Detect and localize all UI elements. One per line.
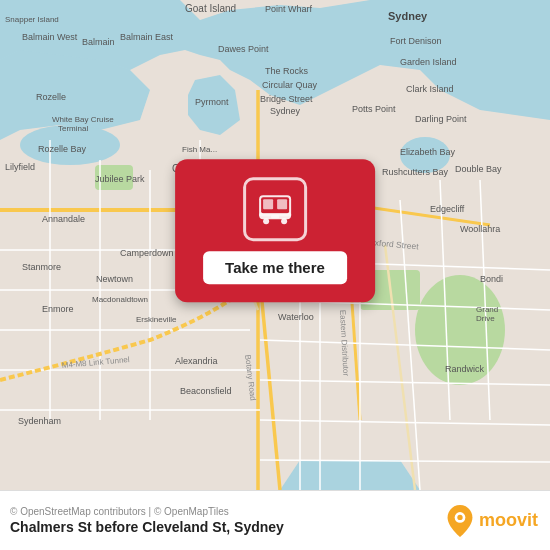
svg-text:Edgecliff: Edgecliff: [430, 204, 465, 214]
svg-text:Woollahra: Woollahra: [460, 224, 500, 234]
svg-text:Balmain East: Balmain East: [120, 32, 174, 42]
svg-text:Clark Island: Clark Island: [406, 84, 454, 94]
svg-text:Rozelle Bay: Rozelle Bay: [38, 144, 87, 154]
svg-point-98: [457, 514, 462, 519]
svg-text:Sydney: Sydney: [388, 10, 428, 22]
svg-text:Balmain: Balmain: [82, 37, 115, 47]
location-info: © OpenStreetMap contributors | © OpenMap…: [10, 506, 284, 535]
svg-text:Fish Ma...: Fish Ma...: [182, 145, 217, 154]
svg-text:Garden Island: Garden Island: [400, 57, 457, 67]
location-marker: Take me there: [175, 159, 375, 302]
svg-text:Waterloo: Waterloo: [278, 312, 314, 322]
svg-text:Goat Island: Goat Island: [185, 3, 236, 14]
svg-text:Elizabeth Bay: Elizabeth Bay: [400, 147, 456, 157]
svg-point-94: [263, 218, 269, 224]
svg-text:Bridge Street: Bridge Street: [260, 94, 313, 104]
svg-text:Potts Point: Potts Point: [352, 104, 396, 114]
location-name: Chalmers St before Cleveland St, Sydney: [10, 519, 284, 535]
svg-text:Rozelle: Rozelle: [36, 92, 66, 102]
svg-rect-96: [271, 215, 279, 218]
svg-text:Circular Quay: Circular Quay: [262, 80, 318, 90]
svg-point-95: [281, 218, 287, 224]
svg-text:Point Wharf: Point Wharf: [265, 4, 313, 14]
svg-text:Annandale: Annandale: [42, 214, 85, 224]
svg-text:The Rocks: The Rocks: [265, 66, 309, 76]
marker-card: Take me there: [175, 159, 375, 302]
bus-icon: [243, 177, 307, 241]
svg-text:Macdonaldtown: Macdonaldtown: [92, 295, 148, 304]
svg-text:Beaconsfield: Beaconsfield: [180, 386, 232, 396]
svg-text:Erskineville: Erskineville: [136, 315, 177, 324]
moovit-logo: moovit: [446, 505, 538, 537]
map-container: Goat Island Point Wharf Sydney Snapper I…: [0, 0, 550, 490]
svg-text:Grand: Grand: [476, 305, 498, 314]
svg-rect-91: [263, 199, 273, 209]
svg-text:Rushcutters Bay: Rushcutters Bay: [382, 167, 449, 177]
svg-text:Pyrmont: Pyrmont: [195, 97, 229, 107]
svg-text:Newtown: Newtown: [96, 274, 133, 284]
svg-text:Alexandria: Alexandria: [175, 356, 218, 366]
svg-text:Randwick: Randwick: [445, 364, 485, 374]
svg-text:Stanmore: Stanmore: [22, 262, 61, 272]
moovit-brand-text: moovit: [479, 510, 538, 531]
svg-text:Terminal: Terminal: [58, 124, 88, 133]
svg-text:Dawes Point: Dawes Point: [218, 44, 269, 54]
svg-text:Jubilee Park: Jubilee Park: [95, 174, 145, 184]
map-attribution: © OpenStreetMap contributors | © OpenMap…: [10, 506, 284, 517]
svg-text:Lilyfield: Lilyfield: [5, 162, 35, 172]
moovit-pin-icon: [446, 505, 474, 537]
svg-text:Balmain West: Balmain West: [22, 32, 78, 42]
svg-text:Bondi: Bondi: [480, 274, 503, 284]
svg-text:Camperdown: Camperdown: [120, 248, 174, 258]
svg-text:Enmore: Enmore: [42, 304, 74, 314]
svg-rect-92: [277, 199, 287, 209]
svg-text:Sydenham: Sydenham: [18, 416, 61, 426]
svg-text:Sydney: Sydney: [270, 106, 301, 116]
svg-text:Drive: Drive: [476, 314, 495, 323]
svg-text:Snapper Island: Snapper Island: [5, 15, 59, 24]
svg-text:Fort Denison: Fort Denison: [390, 36, 442, 46]
svg-text:White Bay Cruise: White Bay Cruise: [52, 115, 114, 124]
svg-text:Darling Point: Darling Point: [415, 114, 467, 124]
bottom-bar: © OpenStreetMap contributors | © OpenMap…: [0, 490, 550, 550]
take-me-there-button[interactable]: Take me there: [203, 251, 347, 284]
svg-text:Double Bay: Double Bay: [455, 164, 502, 174]
